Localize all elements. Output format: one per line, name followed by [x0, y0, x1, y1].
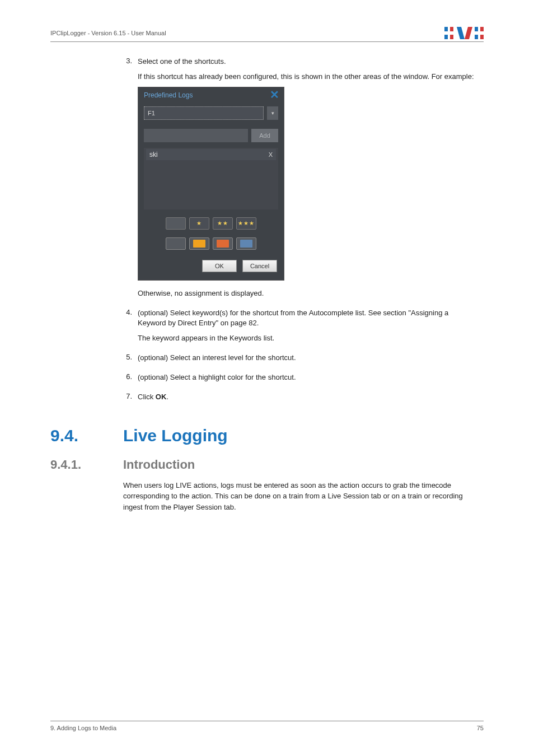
interest-3star[interactable]: ★★★: [236, 217, 256, 230]
step-text: (optional) Select an interest level for …: [138, 353, 478, 363]
shortcut-selector-row: F1 ▾: [138, 103, 284, 123]
keyword-input[interactable]: [144, 129, 248, 142]
add-keyword-row: Add: [138, 125, 284, 146]
step-text: If this shortcut has already been config…: [138, 72, 478, 82]
steps-list-b: 4. (optional) Select keyword(s) for the …: [123, 308, 478, 407]
dialog-button-row: OK Cancel: [138, 252, 284, 280]
intro-paragraph: When users log LIVE actions, logs must b…: [123, 480, 478, 513]
shortcut-value: F1: [148, 110, 155, 116]
step-7: 7. Click OK.: [123, 392, 478, 407]
interest-1star[interactable]: ★: [189, 217, 209, 230]
subsection-title: Introduction: [123, 458, 195, 472]
swatch: [193, 240, 205, 248]
step-5: 5. (optional) Select an interest level f…: [123, 353, 478, 368]
step-number: 6.: [123, 372, 138, 388]
chevron-down-icon[interactable]: ▾: [267, 106, 278, 120]
footer-chapter: 9. Adding Logs to Media: [50, 725, 116, 731]
svg-rect-1: [444, 35, 448, 39]
evs-logo: [444, 27, 484, 39]
svg-rect-9: [480, 35, 484, 39]
step-text: (optional) Select a highlight color for …: [138, 372, 478, 383]
step-text: Select one of the shortcuts.: [138, 57, 478, 67]
step-text: The keyword appears in the Keywords list…: [138, 333, 478, 344]
cancel-button[interactable]: Cancel: [242, 260, 277, 272]
step-4: 4. (optional) Select keyword(s) for the …: [123, 308, 478, 349]
interest-none[interactable]: [166, 217, 186, 230]
color-red[interactable]: [213, 237, 233, 250]
step-text: Otherwise, no assignment is displayed.: [138, 288, 478, 299]
close-icon[interactable]: ✕: [270, 91, 279, 100]
page-header: IPClipLogger - Version 6.15 - User Manua…: [50, 27, 484, 42]
doc-title: IPClipLogger - Version 6.15 - User Manua…: [50, 30, 166, 36]
keyword-label: ski: [149, 151, 158, 158]
svg-marker-4: [457, 27, 465, 39]
ok-button[interactable]: OK: [202, 260, 237, 272]
highlight-color-row: [138, 232, 284, 252]
page-footer: 9. Adding Logs to Media 75: [50, 721, 484, 731]
dialog-title: Predefined Logs: [144, 91, 193, 99]
footer-page-number: 75: [477, 725, 484, 731]
remove-keyword-icon[interactable]: X: [269, 151, 273, 158]
step-text: Click OK.: [138, 392, 478, 403]
steps-list-a: 3. Select one of the shortcuts. If this …: [123, 57, 478, 304]
shortcut-dropdown[interactable]: F1: [144, 106, 264, 120]
section-heading: 9.4. Live Logging: [50, 426, 484, 445]
step-number: 5.: [123, 353, 138, 368]
svg-rect-6: [475, 27, 478, 31]
color-none[interactable]: [166, 237, 186, 250]
step-3: 3. Select one of the shortcuts. If this …: [123, 57, 478, 304]
svg-rect-7: [480, 27, 484, 31]
predefined-logs-dialog: Predefined Logs ✕ F1 ▾: [138, 87, 284, 281]
interest-2star[interactable]: ★★: [213, 217, 233, 230]
interest-level-row: ★ ★★ ★★★: [138, 212, 284, 232]
section-title: Live Logging: [123, 426, 228, 445]
svg-rect-3: [450, 35, 453, 39]
color-blue[interactable]: [236, 237, 256, 250]
step-number: 3.: [123, 57, 138, 304]
subsection-heading: 9.4.1. Introduction: [50, 458, 484, 472]
step-6: 6. (optional) Select a highlight color f…: [123, 372, 478, 388]
swatch: [240, 240, 252, 248]
color-orange[interactable]: [189, 237, 209, 250]
keywords-list: ski X: [144, 148, 278, 209]
keyword-row[interactable]: ski X: [146, 149, 276, 160]
svg-rect-8: [475, 35, 478, 39]
svg-marker-5: [465, 27, 472, 39]
swatch: [217, 240, 229, 248]
subsection-number: 9.4.1.: [50, 458, 103, 472]
dialog-titlebar: Predefined Logs ✕: [138, 87, 284, 103]
swatch: [170, 240, 182, 248]
step-number: 4.: [123, 308, 138, 349]
section-number: 9.4.: [50, 426, 103, 445]
step-number: 7.: [123, 392, 138, 407]
step-text: (optional) Select keyword(s) for the sho…: [138, 308, 478, 329]
add-button[interactable]: Add: [251, 129, 278, 142]
add-button-label: Add: [259, 132, 270, 139]
svg-rect-0: [444, 27, 448, 31]
svg-rect-2: [450, 27, 453, 31]
